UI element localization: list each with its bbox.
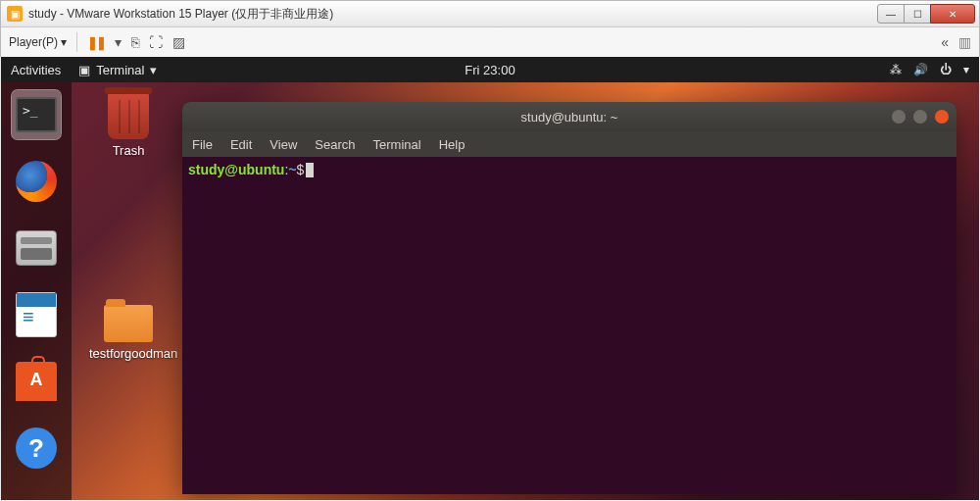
dock-firefox[interactable] (12, 157, 61, 206)
prompt-user-host: study@ubuntu (188, 162, 284, 177)
dock-ubuntu-software[interactable] (12, 357, 61, 406)
terminal-titlebar[interactable]: study@ubuntu: ~ (182, 102, 956, 131)
app-indicator-label: Terminal (96, 63, 144, 77)
dock-files[interactable] (12, 224, 61, 273)
system-tray: ⁂ 🔊 ⏻ ▾ (890, 63, 969, 76)
desktop-folder-testforgoodman[interactable]: testforgoodman (89, 305, 168, 361)
terminal-close-button[interactable] (935, 110, 949, 124)
trash-icon (108, 92, 149, 139)
terminal-menu-search[interactable]: Search (315, 137, 355, 152)
windows-titlebar: study - VMware Workstation 15 Player (仅用… (0, 0, 980, 27)
vmware-app-icon (7, 6, 23, 22)
pause-dropdown-icon[interactable]: ▾ (115, 34, 122, 50)
dropdown-arrow-icon: ▾ (61, 35, 67, 49)
ubuntu-dock: ? (1, 82, 72, 500)
terminal-menu-terminal[interactable]: Terminal (373, 137, 421, 152)
terminal-icon (16, 97, 57, 132)
windows-title-text: study - VMware Workstation 15 Player (仅用… (28, 6, 878, 23)
folder-icon (104, 305, 153, 342)
ubuntu-top-panel: Activities ▣ Terminal ▾ Fri 23:00 ⁂ 🔊 ⏻ … (1, 57, 979, 82)
windows-minimize-button[interactable]: — (877, 4, 905, 24)
dock-terminal[interactable] (12, 90, 61, 139)
vmware-toolbar: Player(P) ▾ ❚❚ ▾ ⎘ ⛶ ▨ « ▥ (0, 27, 980, 57)
prompt-path: ~ (288, 162, 296, 177)
terminal-window-controls (892, 110, 949, 124)
folder-label: testforgoodman (89, 346, 168, 361)
ubuntu-software-icon (16, 362, 57, 401)
fullscreen-icon[interactable]: ⛶ (149, 34, 163, 50)
terminal-window[interactable]: study@ubuntu: ~ File Edit View Search Te… (182, 102, 956, 494)
terminal-menu-file[interactable]: File (192, 137, 213, 152)
dock-help[interactable]: ? (12, 424, 61, 473)
panel-clock[interactable]: Fri 23:00 (465, 63, 514, 77)
activities-button[interactable]: Activities (11, 63, 61, 77)
firefox-icon (16, 161, 57, 202)
player-menu-label: Player(P) (9, 35, 58, 49)
prompt-symbol: $ (297, 162, 305, 177)
terminal-maximize-button[interactable] (913, 110, 927, 124)
windows-maximize-button[interactable]: ☐ (904, 4, 931, 24)
send-ctrl-alt-del-icon[interactable]: ⎘ (131, 34, 139, 50)
help-icon: ? (16, 427, 57, 469)
pause-icon[interactable]: ❚❚ (87, 35, 105, 50)
desktop-trash[interactable]: Trash (89, 92, 168, 158)
app-indicator[interactable]: ▣ Terminal ▾ (78, 63, 157, 77)
windows-close-button[interactable]: ✕ (930, 4, 975, 24)
terminal-body[interactable]: study@ubuntu:~$ (182, 157, 956, 182)
player-menu-button[interactable]: Player(P) ▾ (9, 35, 67, 49)
vmware-tools-icon[interactable]: ▥ (958, 34, 971, 50)
terminal-panel-icon: ▣ (78, 63, 90, 77)
terminal-menu-help[interactable]: Help (439, 137, 466, 152)
desktop-icons-area: Trash testforgoodman (89, 92, 168, 361)
power-icon[interactable]: ⏻ (940, 63, 952, 76)
libreoffice-writer-icon (16, 292, 57, 337)
ubuntu-desktop[interactable]: ? Trash testforgoodman study@ubuntu: ~ (1, 82, 979, 500)
terminal-minimize-button[interactable] (892, 110, 906, 124)
tray-dropdown-icon[interactable]: ▾ (963, 63, 969, 76)
terminal-cursor (306, 163, 314, 177)
volume-icon[interactable]: 🔊 (913, 63, 928, 76)
cycle-windows-icon[interactable]: « (941, 34, 949, 50)
windows-control-buttons: — ☐ ✕ (878, 4, 975, 24)
terminal-menu-view[interactable]: View (270, 137, 297, 152)
trash-label: Trash (89, 143, 168, 158)
unity-mode-icon[interactable]: ▨ (172, 34, 185, 50)
app-indicator-arrow-icon: ▾ (150, 63, 157, 77)
toolbar-separator (76, 32, 77, 52)
network-icon[interactable]: ⁂ (890, 63, 902, 76)
dock-libreoffice-writer[interactable] (12, 290, 61, 339)
files-icon (16, 230, 57, 266)
terminal-menubar: File Edit View Search Terminal Help (182, 131, 956, 157)
terminal-menu-edit[interactable]: Edit (230, 137, 252, 152)
terminal-title-text: study@ubuntu: ~ (521, 110, 618, 125)
vm-guest-viewport: Activities ▣ Terminal ▾ Fri 23:00 ⁂ 🔊 ⏻ … (1, 57, 979, 500)
